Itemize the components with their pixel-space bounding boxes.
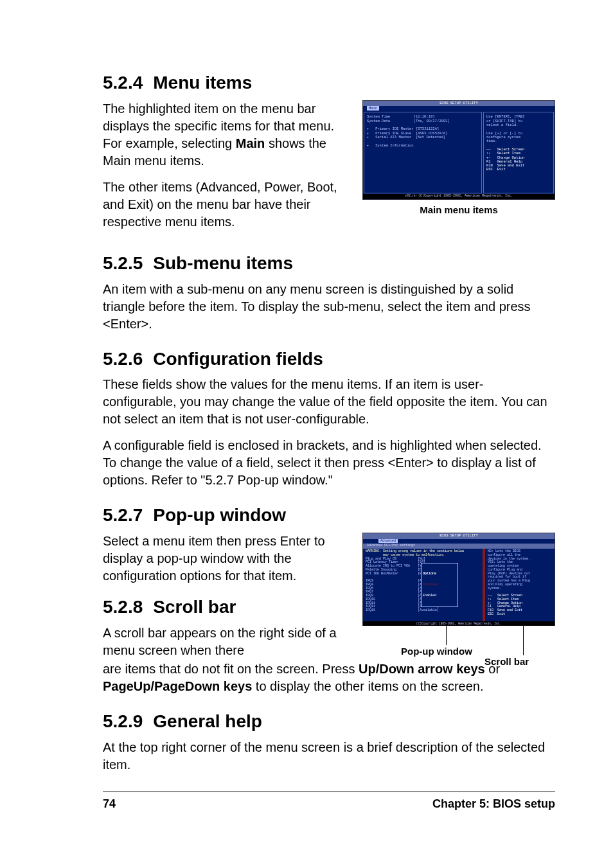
page-footer: 74 Chapter 5: BIOS setup: [0, 792, 613, 811]
bios-popup: Options Disabled Enabled: [421, 563, 458, 607]
chapter-label: Chapter 5: BIOS setup: [432, 796, 555, 811]
bios2-copyright: (C)Copyright 1985-2002, American Megatre…: [363, 621, 555, 626]
para-524a: The highlighted item on the menu bar dis…: [103, 100, 351, 170]
popup-option-disabled: Disabled: [423, 583, 456, 587]
bios2-tabs: Advanced: [363, 539, 555, 544]
bios2-right: NO: Lets the BIOS configure all the devi…: [483, 549, 555, 621]
fig2-caption-popup: Pop-up window: [401, 645, 472, 658]
bios-title-bar: BIOS SETUP UTILITY: [363, 101, 555, 106]
bios-tabs: Main: [363, 106, 555, 111]
heading-525: 5.2.5Sub-menu items: [103, 251, 555, 276]
para-526a: These fields show the values for the men…: [103, 376, 555, 428]
bios-main-screenshot: BIOS SETUP UTILITY Main System Time [11:…: [362, 100, 555, 200]
bios2-help: NO: Lets the BIOS configure all the devi…: [488, 549, 530, 590]
para-524a-bold: Main: [236, 136, 265, 150]
secnum-528: 5.2.8: [103, 597, 143, 617]
heading-526: 5.2.6Configuration fields: [103, 347, 555, 371]
title-529: General help: [153, 711, 262, 731]
para-525: An item with a sub-menu on any menu scre…: [103, 281, 555, 333]
fig2-caption-scroll: Scroll bar: [484, 655, 534, 668]
heading-528: 5.2.8Scroll bar: [103, 595, 351, 619]
bios-advanced-screenshot: BIOS SETUP UTILITY Advanced Advanced PCI…: [362, 533, 555, 626]
heading-529: 5.2.9General help: [103, 709, 555, 734]
bios-main-left: System Time [11:10:19] System Date [Thu,…: [364, 112, 482, 193]
title-526: Configuration fields: [153, 349, 323, 369]
popup-title: Options: [423, 572, 456, 576]
para-528b-b2: PageUp/PageDown keys: [103, 679, 252, 693]
para-524b: The other items (Advanced, Power, Boot, …: [103, 179, 351, 231]
bios2-left: WARNING: Setting wrong values in the sec…: [363, 549, 483, 621]
title-525: Sub-menu items: [153, 253, 293, 273]
tab-main: Main: [367, 106, 379, 111]
secnum-526: 5.2.6: [103, 349, 143, 369]
scroll-callout-line: [523, 626, 524, 655]
secnum-529: 5.2.9: [103, 711, 143, 731]
popup-option-enabled: Enabled: [423, 594, 456, 598]
bios-keys: ←→ Select Screen ↑↓ Select Item +- Chang…: [486, 147, 524, 172]
title-524: Menu items: [153, 73, 252, 93]
bios-help-text: Use [ENTER], [TAB] or [SHIFT-TAB] to sel…: [486, 114, 524, 143]
bios-main-right: Use [ENTER], [TAB] or [SHIFT-TAB] to sel…: [483, 112, 554, 193]
tab-advanced: Advanced: [378, 539, 398, 543]
bios2-keys: ←→ Select Screen ↑↓ Select Item +- Chang…: [488, 594, 522, 616]
bios2-subtitle: Advanced PCI/PnP settings: [363, 544, 555, 549]
bios-copyright: v02.nn (C)Copyright 1985-2002, American …: [363, 194, 555, 199]
bios2-warning: WARNING: Setting wrong values in the sec…: [366, 549, 464, 557]
para-527: Select a menu item then press Enter to d…: [103, 533, 351, 585]
popup-callout-line: [446, 626, 447, 645]
para-528a: A scroll bar appears on the right side o…: [103, 624, 351, 659]
secnum-527: 5.2.7: [103, 505, 143, 525]
title-527: Pop-up window: [153, 505, 286, 525]
heading-527: 5.2.7Pop-up window: [103, 503, 555, 527]
para-528b-post: to display the other items on the screen…: [252, 679, 483, 693]
para-528b-pre: are items that do not fit on the screen.…: [103, 662, 359, 676]
page-number: 74: [103, 796, 116, 811]
para-526b: A configurable field is enclosed in brac…: [103, 437, 555, 489]
bios2-title-bar: BIOS SETUP UTILITY: [363, 533, 555, 538]
para-528b-b1: Up/Down arrow keys: [359, 662, 485, 676]
secnum-524: 5.2.4: [103, 73, 143, 93]
fig1-caption: Main menu items: [362, 204, 555, 217]
title-528: Scroll bar: [153, 597, 236, 617]
heading-524: 5.2.4Menu items: [103, 71, 555, 95]
para-529: At the top right corner of the menu scre…: [103, 739, 555, 774]
secnum-525: 5.2.5: [103, 253, 143, 273]
